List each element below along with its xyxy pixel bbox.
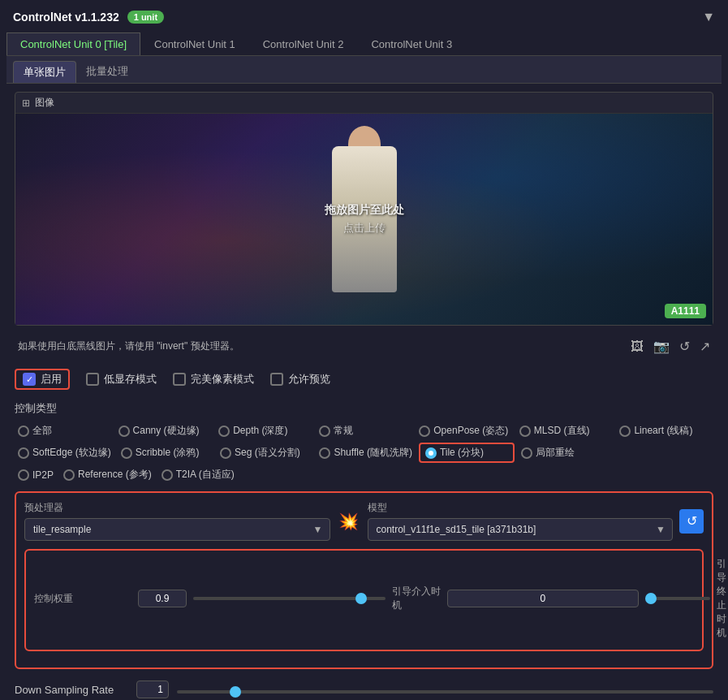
preprocessor-select[interactable]: tile_resample tile_colorfix tile_colorfi… — [25, 519, 330, 540]
control-type-row2: SoftEdge (软边缘) Scribble (涂鸦) Seg (语义分割) … — [15, 443, 713, 463]
perfect-pixel-group[interactable]: 完美像素模式 — [173, 372, 254, 387]
enable-checkbox-group[interactable]: 启用 — [15, 369, 70, 390]
a1111-badge: A1111 — [665, 304, 706, 318]
radio-depth[interactable]: Depth (深度) — [215, 422, 312, 439]
refresh-model-button[interactable]: ↺ — [679, 509, 704, 534]
radio-shuffle-label: Shuffle (随机洗牌) — [334, 446, 411, 460]
radio-seg-circle — [220, 447, 231, 459]
down-sampling-slider[interactable] — [177, 690, 713, 694]
control-weight-label: 控制权重 — [34, 592, 131, 606]
unit-badge: 1 unit — [127, 11, 164, 24]
radio-shuffle[interactable]: Shuffle (随机洗牌) — [316, 443, 415, 463]
allow-preview-group[interactable]: 允许预览 — [270, 372, 330, 387]
radio-lineart-label: Lineart (线稿) — [634, 424, 692, 438]
radio-depth-circle — [218, 426, 230, 437]
start-time-slider[interactable] — [645, 597, 710, 600]
radio-canny-label: Canny (硬边缘) — [133, 424, 200, 438]
enable-checkbox[interactable] — [23, 373, 36, 386]
radio-scribble-circle — [121, 447, 132, 459]
sub-tabs: 单张图片 批量处理 — [6, 56, 722, 84]
low-memory-group[interactable]: 低显存模式 — [86, 372, 157, 387]
slider-row: 控制权重 0.9 引导介入时机 0 引导终止时机 1 — [34, 557, 694, 640]
control-type-section: 控制类型 全部 Canny (硬边缘) Depth (深度) 常 — [15, 401, 713, 483]
drop-sub-text: 点击上传 — [325, 221, 404, 235]
refresh-icon[interactable]: ↺ — [679, 339, 690, 354]
info-bar: 如果使用白底黑线图片，请使用 "invert" 预处理器。 🖼 📷 ↺ ↗ — [15, 334, 713, 359]
preprocessor-group: 预处理器 tile_resample tile_colorfix tile_co… — [24, 501, 330, 541]
info-text: 如果使用白底黑线图片，请使用 "invert" 预处理器。 — [18, 339, 239, 353]
image-icon: ⊞ — [22, 97, 30, 109]
header-left: ControlNet v1.1.232 1 unit — [13, 11, 164, 24]
image-section: ⊞ 图像 拖放图片至此处 点击上传 A1111 — [15, 92, 713, 326]
radio-t2ia[interactable]: T2IA (自适应) — [158, 466, 238, 483]
tab-unit-0[interactable]: ControlNet Unit 0 [Tile] — [6, 32, 140, 55]
radio-seg[interactable]: Seg (语义分割) — [217, 443, 312, 463]
radio-ip2p-circle — [18, 469, 29, 481]
model-select[interactable]: control_v11f1e_sd15_tile [a371b31b] — [368, 519, 673, 540]
enable-label: 启用 — [41, 372, 62, 387]
arrow-right-icon[interactable]: ↗ — [700, 339, 710, 354]
low-memory-checkbox[interactable] — [86, 373, 99, 386]
image-upload-area[interactable]: ⊞ 图像 拖放图片至此处 点击上传 A1111 — [15, 92, 713, 326]
header-arrow-icon[interactable]: ▼ — [702, 10, 715, 24]
params-row: 预处理器 tile_resample tile_colorfix tile_co… — [24, 501, 704, 541]
radio-canny[interactable]: Canny (硬边缘) — [115, 422, 213, 439]
radio-openpose-circle — [419, 426, 430, 437]
radio-reference-label: Reference (参考) — [78, 468, 152, 482]
radio-softedge[interactable]: SoftEdge (软边缘) — [15, 443, 114, 463]
radio-ip2p-label: IP2P — [32, 469, 54, 481]
down-sampling-value[interactable]: 1 — [136, 681, 169, 698]
radio-scribble[interactable]: Scribble (涂鸦) — [118, 443, 213, 463]
tab-unit-1[interactable]: ControlNet Unit 1 — [140, 32, 249, 55]
allow-preview-label: 允许预览 — [288, 372, 330, 387]
radio-normal-circle — [319, 426, 330, 437]
radio-reference[interactable]: Reference (参考) — [60, 466, 155, 483]
radio-inpaint-label: 局部重绘 — [536, 446, 575, 460]
allow-preview-checkbox[interactable] — [270, 373, 283, 386]
radio-t2ia-circle — [162, 469, 173, 481]
fire-icon: 💥 — [337, 512, 361, 531]
radio-scribble-label: Scribble (涂鸦) — [136, 446, 200, 460]
start-time-value[interactable]: 0 — [447, 590, 640, 607]
control-type-row3: IP2P Reference (参考) T2IA (自适应) — [15, 466, 713, 483]
radio-all[interactable]: 全部 — [15, 422, 112, 439]
sub-tab-batch[interactable]: 批量处理 — [76, 61, 138, 83]
down-sampling-slider-wrap — [177, 684, 713, 696]
image-text-overlay: 拖放图片至此处 点击上传 — [325, 203, 404, 235]
radio-all-label: 全部 — [32, 424, 52, 438]
sliders-section: 控制权重 0.9 引导介入时机 0 引导终止时机 1 — [24, 549, 704, 651]
radio-normal[interactable]: 常规 — [316, 422, 413, 439]
tabs-bar: ControlNet Unit 0 [Tile] ControlNet Unit… — [6, 32, 722, 56]
radio-openpose[interactable]: OpenPose (姿态) — [416, 422, 513, 439]
image-file-icon[interactable]: 🖼 — [631, 339, 644, 354]
tab-unit-2[interactable]: ControlNet Unit 2 — [249, 32, 358, 55]
radio-ip2p[interactable]: IP2P — [15, 466, 57, 483]
radio-tile[interactable]: Tile (分块) — [419, 443, 515, 463]
radio-shuffle-circle — [319, 447, 330, 459]
down-sampling-label: Down Sampling Rate — [15, 684, 128, 696]
options-row: 启用 低显存模式 完美像素模式 允许预览 — [15, 365, 713, 393]
info-icons: 🖼 📷 ↺ ↗ — [631, 339, 710, 354]
radio-softedge-label: SoftEdge (软边缘) — [32, 446, 111, 460]
end-time-section: 引导终止时机 1 — [645, 557, 694, 640]
radio-lineart[interactable]: Lineart (线稿) — [616, 422, 713, 439]
camera-icon[interactable]: 📷 — [653, 339, 670, 354]
radio-canny-circle — [118, 426, 130, 437]
tab-unit-3[interactable]: ControlNet Unit 3 — [357, 32, 466, 55]
perfect-pixel-checkbox[interactable] — [173, 373, 186, 386]
image-drop-zone[interactable]: 拖放图片至此处 点击上传 A1111 — [15, 114, 713, 325]
sub-tab-single[interactable]: 单张图片 — [13, 61, 76, 83]
model-group: 模型 control_v11f1e_sd15_tile [a371b31b] ▼ — [368, 501, 674, 541]
control-weight-slider[interactable] — [193, 597, 386, 600]
radio-tile-circle — [425, 447, 437, 459]
content-area: ⊞ 图像 拖放图片至此处 点击上传 A1111 — [6, 84, 722, 700]
model-select-wrapper: control_v11f1e_sd15_tile [a371b31b] ▼ — [368, 518, 674, 541]
image-label-row: ⊞ 图像 — [15, 93, 713, 114]
radio-inpaint[interactable]: 局部重绘 — [518, 443, 614, 463]
radio-normal-label: 常规 — [334, 424, 353, 438]
radio-inpaint-circle — [521, 447, 532, 459]
preprocessor-select-wrapper: tile_resample tile_colorfix tile_colorfi… — [24, 518, 330, 541]
control-weight-value[interactable]: 0.9 — [138, 590, 187, 607]
radio-mlsd[interactable]: MLSD (直线) — [516, 422, 614, 439]
start-time-label: 引导介入时机 — [392, 585, 441, 612]
